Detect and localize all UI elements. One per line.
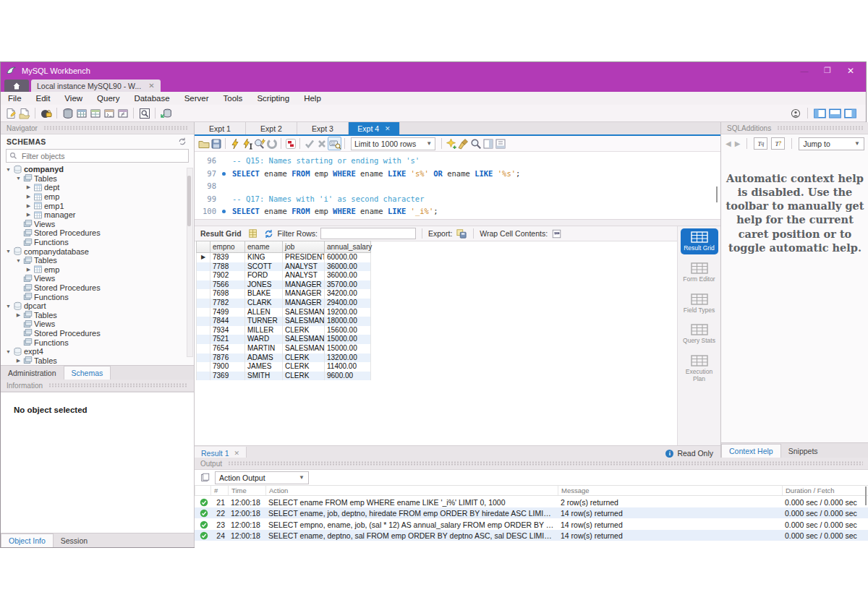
execute-icon[interactable]	[229, 137, 241, 150]
result-grid[interactable]: empnoenamejobannual_salary▶7839KINGPRESI…	[196, 241, 371, 380]
table-cell[interactable]: 7839	[210, 253, 245, 262]
tree-down-arrow-icon[interactable]: ▼	[5, 349, 12, 354]
find-objects-icon[interactable]	[138, 107, 150, 119]
sql-editor[interactable]: 96-- Q15: Names starting or ending with …	[195, 152, 720, 219]
maximize-button[interactable]: ❐	[817, 64, 838, 77]
table-cell[interactable]: 7788	[210, 262, 245, 272]
menu-database[interactable]: Database	[127, 94, 176, 103]
query-tab-expt-3[interactable]: Expt 3	[297, 122, 349, 134]
tree-down-arrow-icon[interactable]: ▼	[5, 249, 12, 254]
table-cell[interactable]: CLERK	[283, 372, 325, 381]
wrap-cell-icon[interactable]	[550, 228, 563, 240]
table-cell[interactable]: 7844	[210, 317, 245, 326]
table-cell[interactable]: SALESMAN	[283, 317, 325, 326]
table-cell[interactable]: 7900	[210, 362, 245, 372]
commit-icon[interactable]	[303, 137, 315, 150]
row-selector[interactable]	[196, 289, 210, 299]
table-cell[interactable]: JAMES	[245, 362, 283, 372]
column-header-ename[interactable]: ename	[245, 241, 283, 253]
tab-object-info[interactable]: Object Info	[1, 533, 54, 547]
panel-toggle-a-icon[interactable]	[482, 137, 494, 150]
toggle-sidebar-icon[interactable]	[814, 107, 826, 119]
stop-query-icon[interactable]	[265, 137, 278, 150]
tab-administration[interactable]: Administration	[1, 366, 64, 380]
menu-scripting[interactable]: Scripting	[250, 94, 297, 103]
reconnect-dbms-icon[interactable]	[160, 107, 172, 119]
filter-objects-input[interactable]	[20, 151, 185, 161]
refresh-icon[interactable]	[263, 228, 275, 240]
tree-right-arrow-icon[interactable]: ▶	[25, 203, 32, 209]
clean-icon[interactable]	[457, 137, 469, 150]
tab-snippets[interactable]: Snippets	[781, 445, 825, 458]
table-row[interactable]: 7900JAMESCLERK11400.00	[196, 362, 371, 372]
tree-down-arrow-icon[interactable]: ▼	[15, 258, 22, 263]
menu-view[interactable]: View	[57, 94, 90, 103]
table-cell[interactable]: PRESIDENT	[283, 253, 325, 262]
table-cell[interactable]: 15000.00	[325, 344, 371, 353]
tree-down-arrow-icon[interactable]: ▼	[15, 176, 22, 181]
side-button-execution-plan[interactable]: Execution Plan	[681, 352, 718, 385]
table-cell[interactable]: MANAGER	[283, 289, 325, 299]
open-file-icon[interactable]	[197, 137, 210, 150]
context-help-caret-icon[interactable]: Tq	[754, 137, 767, 150]
table-cell[interactable]: KING	[245, 253, 283, 262]
menu-query[interactable]: Query	[90, 94, 127, 103]
table-row[interactable]: ▶7839KINGPRESIDENT60000.00	[196, 253, 371, 262]
close-button[interactable]: ✕	[840, 64, 861, 77]
tree-item-emp[interactable]: ▶emp	[1, 192, 194, 202]
tree-down-arrow-icon[interactable]: ▼	[5, 167, 12, 172]
row-selector[interactable]	[196, 335, 210, 344]
table-row[interactable]: 7698BLAKEMANAGER34200.00	[196, 289, 371, 299]
result-tab-close-icon[interactable]: ✕	[234, 450, 240, 457]
tree-item-functions[interactable]: Functions	[1, 292, 194, 301]
table-cell[interactable]: MANAGER	[283, 280, 325, 290]
row-selector[interactable]	[196, 308, 210, 317]
open-sql-script-icon[interactable]	[18, 107, 30, 119]
limit-rows-dropdown[interactable]: Limit to 1000 rows▼	[351, 137, 435, 150]
table-row[interactable]: 7902FORDANALYST36000.00	[196, 271, 371, 280]
table-cell[interactable]: 7521	[210, 335, 245, 344]
table-cell[interactable]: 19200.00	[325, 308, 371, 317]
tree-right-arrow-icon[interactable]: ▶	[25, 184, 32, 190]
tree-right-arrow-icon[interactable]: ▶	[15, 312, 22, 318]
tree-item-functions[interactable]: Functions	[1, 338, 194, 347]
editor-scrollbar[interactable]	[716, 187, 718, 202]
output-row[interactable]: 2212:00:18SELECT ename, job, deptno, hir…	[195, 507, 868, 519]
minimize-button[interactable]: —	[793, 64, 815, 77]
tree-right-arrow-icon[interactable]: ▶	[25, 194, 32, 200]
table-cell[interactable]: 60000.00	[325, 253, 371, 262]
table-row[interactable]: 7654MARTINSALESMAN15000.00	[196, 344, 371, 353]
table-cell[interactable]: MARTIN	[245, 344, 283, 353]
table-cell[interactable]: 15000.00	[325, 335, 371, 344]
table-cell[interactable]: 11400.00	[325, 362, 371, 372]
editor-result-splitter[interactable]	[195, 219, 720, 226]
table-cell[interactable]: SMITH	[245, 372, 283, 381]
jump-to-dropdown[interactable]: Jump to ▼	[799, 137, 864, 150]
table-cell[interactable]: CLERK	[283, 353, 325, 363]
tree-item-tables[interactable]: ▼Tables	[1, 256, 194, 265]
tree-item-functions[interactable]: Functions	[1, 238, 194, 247]
save-icon[interactable]	[210, 137, 222, 150]
tab-context-help[interactable]: Context Help	[721, 444, 781, 458]
table-cell[interactable]: TURNER	[245, 317, 283, 326]
toggle-output-icon[interactable]	[829, 107, 841, 119]
execute-current-icon[interactable]	[241, 137, 253, 150]
row-selector[interactable]	[196, 262, 210, 272]
table-cell[interactable]: 7902	[210, 271, 245, 280]
table-cell[interactable]: SCOTT	[245, 262, 283, 272]
output-scrollbar[interactable]	[865, 486, 867, 505]
output-row[interactable]: 2412:00:18SELECT ename, deptno, sal FROM…	[195, 530, 868, 541]
query-tab-expt-2[interactable]: Expt 2	[246, 122, 297, 134]
row-selector[interactable]	[196, 344, 210, 353]
menu-server[interactable]: Server	[177, 94, 216, 103]
table-row[interactable]: 7844TURNERSALESMAN18000.00	[196, 317, 371, 326]
side-button-result-grid[interactable]: Result Grid	[681, 228, 718, 254]
server-status-icon[interactable]	[61, 107, 74, 119]
table-cell[interactable]: SALESMAN	[283, 335, 325, 344]
menu-tools[interactable]: Tools	[216, 94, 250, 103]
home-tab[interactable]	[4, 80, 29, 92]
explain-icon[interactable]	[253, 137, 265, 150]
row-selector[interactable]	[196, 372, 210, 381]
table-cell[interactable]: 7654	[210, 344, 245, 353]
table-cell[interactable]: 7369	[210, 372, 245, 381]
